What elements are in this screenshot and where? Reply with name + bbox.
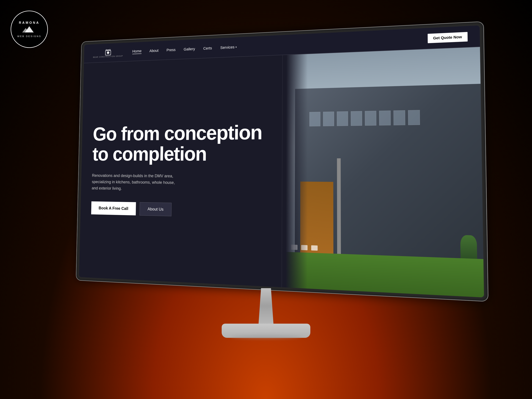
monitor-frame: BEAR CONSTRUCTION GROUP Home About Press… — [76, 22, 488, 301]
nav-logo: BEAR CONSTRUCTION GROUP — [93, 47, 123, 58]
nav-link-about[interactable]: About — [149, 48, 158, 53]
window-5 — [365, 111, 376, 126]
monitor-stand-base — [222, 324, 310, 338]
chevron-down-icon: ▾ — [235, 45, 237, 48]
hero-right — [286, 47, 484, 298]
nav-services-label: Services — [220, 45, 234, 50]
hero-headline: Go from conception to completion — [92, 121, 274, 164]
window-4 — [351, 111, 362, 126]
mountain-icon — [22, 25, 36, 34]
nav-link-certs[interactable]: Certs — [203, 46, 212, 51]
window-3 — [337, 111, 348, 126]
ramona-badge: RAMONA WEB DESIGNS — [11, 11, 48, 48]
window-row — [310, 109, 484, 127]
about-us-button[interactable]: About Us — [139, 202, 171, 216]
window-6 — [379, 111, 391, 126]
website-content: BEAR CONSTRUCTION GROUP Home About Press… — [79, 25, 484, 298]
bear-logo-icon — [104, 48, 112, 56]
chair-3 — [311, 245, 318, 251]
svg-marker-2 — [28, 26, 31, 29]
hero-subtext: Renovations and design-builds in the DMV… — [92, 172, 179, 192]
svg-point-3 — [28, 30, 30, 32]
hero-section: Go from conception to completion Renovat… — [79, 47, 484, 298]
window-2 — [323, 112, 334, 126]
grass-area — [286, 252, 484, 298]
stand-orange-ball — [259, 2, 273, 16]
window-7 — [393, 110, 405, 125]
monitor-screen: BEAR CONSTRUCTION GROUP Home About Press… — [79, 25, 484, 298]
hero-buttons: Book A Free Call About Us — [91, 201, 273, 218]
nav-logo-text: BEAR CONSTRUCTION GROUP — [93, 55, 123, 58]
badge-text-top: RAMONA — [19, 21, 40, 25]
window-8 — [408, 110, 420, 125]
nav-link-home[interactable]: Home — [132, 49, 141, 54]
window-1 — [310, 112, 320, 127]
book-call-button[interactable]: Book A Free Call — [91, 201, 136, 215]
monitor-stand-neck — [253, 288, 279, 324]
hero-left: Go from conception to completion Renovat… — [79, 55, 286, 287]
svg-point-7 — [107, 51, 109, 54]
get-quote-button[interactable]: Get Quote Now — [428, 32, 468, 43]
tree — [460, 235, 477, 259]
nav-link-press[interactable]: Press — [166, 48, 176, 52]
nav-link-services[interactable]: Services ▾ — [220, 45, 237, 50]
hero-blend-overlay — [286, 54, 308, 289]
badge-text-bottom: WEB DESIGNS — [17, 35, 41, 38]
monitor-wrapper: BEAR CONSTRUCTION GROUP Home About Press… — [44, 31, 488, 368]
building-art — [286, 47, 484, 298]
nav-link-gallery[interactable]: Gallery — [184, 47, 195, 52]
